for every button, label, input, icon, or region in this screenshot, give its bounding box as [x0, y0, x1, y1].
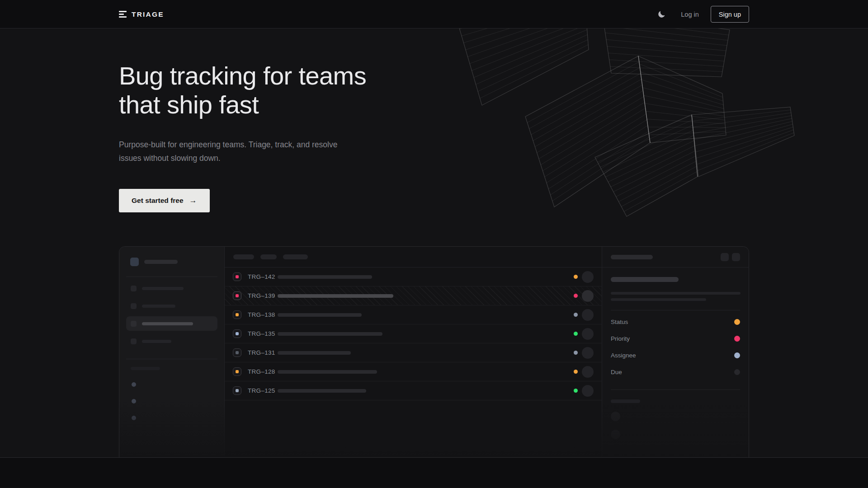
- sidebar-nav-item: [126, 334, 217, 348]
- issue-id: TRG–138: [248, 311, 278, 318]
- property-label: Status: [611, 319, 628, 325]
- issue-title-skeleton: [278, 294, 393, 298]
- nav-icon-placeholder: [131, 303, 137, 309]
- property-list: StatusPriorityAssigneeDue: [611, 314, 740, 380]
- nav-label-skeleton: [142, 322, 193, 325]
- issue-type-icon: [233, 329, 241, 338]
- detail-title-skeleton: [611, 277, 679, 282]
- issue-id: TRG–128: [248, 368, 278, 375]
- arrow-right-icon: →: [189, 196, 197, 205]
- detail-action-placeholder: [721, 253, 729, 261]
- title-line-1: Bug tracking for teams: [119, 61, 749, 90]
- issue-type-icon: [233, 386, 241, 395]
- hero-section: Bug tracking for teams that ship fast Pu…: [0, 28, 868, 458]
- assignee-avatar: [582, 309, 594, 321]
- mockup-detail-panel: StatusPriorityAssigneeDue: [602, 247, 749, 458]
- status-dot: [574, 389, 578, 393]
- nav-label-skeleton: [142, 305, 175, 308]
- section-label-skeleton: [131, 367, 160, 370]
- workspace-avatar: [130, 258, 139, 266]
- comment-avatar: [611, 430, 620, 439]
- property-value-dot: [734, 336, 740, 342]
- issue-title-skeleton: [278, 332, 382, 336]
- nav-icon-placeholder: [131, 286, 137, 291]
- sidebar-dot: [132, 399, 136, 404]
- status-dot: [574, 351, 578, 355]
- nav-label-skeleton: [142, 340, 171, 343]
- sidebar-nav-item-active: [126, 316, 217, 331]
- issue-title-skeleton: [278, 389, 366, 393]
- login-link[interactable]: Log in: [681, 11, 699, 18]
- workspace-name-skeleton: [144, 260, 178, 264]
- property-row: Status: [611, 314, 740, 330]
- issue-row: TRG–131: [225, 343, 602, 362]
- property-row: Due: [611, 364, 740, 380]
- sidebar-nav-item: [126, 299, 217, 313]
- property-row: Assignee: [611, 347, 740, 364]
- property-value-dot: [734, 369, 740, 375]
- issue-row: TRG–125: [225, 381, 602, 400]
- assignee-avatar: [582, 328, 594, 340]
- site-header: TRIAGE Log in Sign up: [0, 0, 868, 28]
- status-dot: [574, 313, 578, 317]
- brand-name: TRIAGE: [132, 10, 164, 19]
- property-value-dot: [734, 352, 740, 358]
- divider: [611, 389, 740, 390]
- divider: [126, 277, 217, 277]
- property-label: Assignee: [611, 352, 636, 359]
- issue-type-icon: [233, 367, 241, 376]
- signup-button[interactable]: Sign up: [711, 6, 749, 23]
- issue-title-skeleton: [278, 275, 372, 279]
- sidebar-dot: [132, 382, 136, 387]
- divider: [126, 359, 217, 359]
- get-started-button[interactable]: Get started free →: [119, 189, 210, 212]
- assignee-avatar: [582, 385, 594, 397]
- comments-label-skeleton: [611, 399, 640, 403]
- app-mockup-card: TRG–142TRG–139TRG–138TRG–135TRG–131TRG–1…: [119, 246, 749, 458]
- detail-text-skeleton: [611, 292, 741, 295]
- tab-skeleton: [260, 254, 277, 259]
- issue-row: TRG–142: [225, 267, 602, 286]
- mockup-sidebar: [119, 247, 225, 458]
- list-header: [225, 247, 602, 267]
- triage-logo-icon: [119, 11, 127, 18]
- title-line-2: that ship fast: [119, 90, 749, 119]
- nav-icon-placeholder: [131, 321, 137, 327]
- site-footer: [0, 458, 868, 488]
- property-row: Priority: [611, 330, 740, 347]
- issue-type-icon: [233, 272, 241, 281]
- issue-id: TRG–135: [248, 330, 278, 337]
- issue-title-skeleton: [278, 313, 362, 317]
- issue-row: TRG–138: [225, 305, 602, 324]
- issue-id: TRG–139: [248, 292, 278, 299]
- issue-type-icon: [233, 310, 241, 319]
- sidebar-nav-item: [126, 281, 217, 296]
- property-label: Priority: [611, 335, 630, 342]
- nav-icon-placeholder: [131, 338, 137, 344]
- detail-action-placeholder: [732, 253, 740, 261]
- sidebar-dot: [132, 416, 136, 420]
- assignee-avatar: [582, 271, 594, 283]
- issue-list: TRG–142TRG–139TRG–138TRG–135TRG–131TRG–1…: [225, 267, 602, 400]
- theme-toggle-button[interactable]: [654, 7, 669, 22]
- detail-text-skeleton: [611, 298, 706, 301]
- comment-avatar: [611, 412, 620, 421]
- detail-header: [602, 247, 749, 267]
- hero-subtitle: Purpose-built for engineering teams. Tri…: [119, 138, 339, 165]
- brand-logo[interactable]: TRIAGE: [119, 10, 164, 19]
- assignee-avatar: [582, 366, 594, 378]
- status-dot: [574, 370, 578, 374]
- page-title: Bug tracking for teams that ship fast: [119, 61, 749, 119]
- divider: [611, 310, 740, 310]
- issue-row: TRG–139: [225, 286, 602, 305]
- assignee-avatar: [582, 290, 594, 302]
- mockup-issue-list-pane: TRG–142TRG–139TRG–138TRG–135TRG–131TRG–1…: [225, 247, 602, 458]
- issue-title-skeleton: [278, 351, 351, 355]
- issue-row: TRG–135: [225, 324, 602, 343]
- detail-header-skeleton: [611, 255, 653, 259]
- workspace-row: [126, 258, 217, 266]
- tab-skeleton: [283, 254, 308, 259]
- nav-label-skeleton: [142, 287, 184, 290]
- moon-icon: [657, 10, 666, 19]
- status-dot: [574, 332, 578, 336]
